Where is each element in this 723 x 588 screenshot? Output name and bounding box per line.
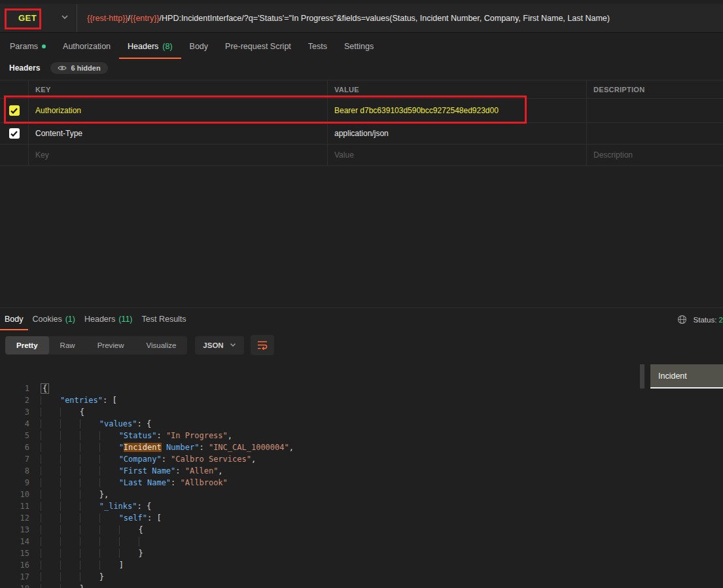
headers-table: KEY VALUE DESCRIPTION Authorization Bear… [0, 80, 723, 166]
header-value-field[interactable]: application/json [327, 123, 586, 144]
line-number: 4 [0, 418, 29, 430]
line-number: 1 [0, 383, 29, 394]
line-number: 9 [0, 477, 29, 489]
line-number: 5 [0, 430, 29, 441]
url-path: /HPD:IncidentInterface/?q='Status'="In P… [160, 14, 610, 23]
code-line: 3 { [0, 406, 723, 418]
search-query-text: Incident [658, 370, 687, 382]
tab-authorization[interactable]: Authorization [54, 39, 119, 58]
tab-settings[interactable]: Settings [336, 39, 382, 58]
response-tab-headers[interactable]: Headers (11) [80, 312, 137, 330]
tab-label: Headers [128, 42, 158, 51]
tab-pre-request-script[interactable]: Pre-request Script [217, 39, 300, 58]
tab-label: Authorization [63, 42, 111, 51]
tab-label: Headers [84, 315, 115, 325]
hidden-headers-toggle[interactable]: 6 hidden [50, 62, 107, 74]
search-input[interactable]: Incident [650, 364, 723, 389]
search-widget-handle[interactable] [640, 364, 644, 389]
chevron-down-icon[interactable] [61, 14, 69, 20]
row-checkbox[interactable] [9, 128, 20, 139]
tab-count: (11) [118, 315, 132, 325]
key-input-placeholder[interactable]: Key [28, 145, 327, 165]
tab-label: Body [190, 42, 209, 51]
tab-label: Settings [344, 42, 374, 51]
code-block: 1{2 "entries": [3 {4 "values": {5 "Statu… [0, 383, 723, 588]
table-row: Content-Type application/json [0, 123, 723, 145]
tab-params[interactable]: Params [1, 39, 54, 58]
headers-subsection: Headers 6 hidden [9, 62, 108, 74]
tab-label: Body [5, 315, 24, 324]
code-line: 9 "Last Name": "Allbrook" [0, 477, 723, 489]
view-visualize[interactable]: Visualize [135, 336, 188, 355]
code-line: 7 "Company": "Calbro Services", [0, 453, 723, 465]
view-pretty[interactable]: Pretty [5, 336, 49, 355]
line-number: 13 [0, 524, 29, 536]
response-tab-body[interactable]: Body [0, 312, 28, 330]
code-line: 10 }, [0, 489, 723, 500]
response-meta: Status: 2 [677, 315, 723, 324]
tab-label: Cookies [33, 315, 62, 325]
response-tab-test-results[interactable]: Test Results [137, 312, 191, 330]
column-header-description: DESCRIPTION [586, 80, 723, 98]
tab-label: Test Results [142, 315, 186, 325]
chevron-down-icon [230, 343, 236, 347]
line-number: 12 [0, 512, 29, 524]
line-number: 17 [0, 571, 29, 583]
headers-title: Headers [9, 63, 40, 73]
view-preview[interactable]: Preview [86, 336, 135, 355]
code-line: 5 "Status": "In Progress", [0, 430, 723, 441]
code-line: 11 "_links": { [0, 500, 723, 512]
line-number: 10 [0, 489, 29, 500]
code-line: 8 "First Name": "Allen", [0, 465, 723, 477]
code-line: 6 "Incident Number": "INC_CAL_1000004", [0, 441, 723, 453]
url-env-var: {{rest-http}} [87, 14, 128, 23]
line-number: 6 [0, 441, 29, 453]
table-header-row: KEY VALUE DESCRIPTION [0, 80, 723, 99]
url-env-var: {{entry}} [130, 14, 160, 23]
response-tabs: Body Cookies (1) Headers (11) Test Resul… [0, 312, 191, 330]
header-key-field[interactable]: Content-Type [28, 123, 327, 144]
code-line: 16 ] [0, 559, 723, 571]
column-header-value: VALUE [327, 80, 586, 98]
view-raw[interactable]: Raw [49, 336, 86, 355]
view-mode-switcher: Pretty Raw Preview Visualize [5, 336, 187, 355]
format-dropdown[interactable]: JSON [195, 336, 243, 355]
header-description-field[interactable] [586, 123, 723, 144]
request-tabs: Params Authorization Headers (8) Body Pr… [1, 39, 382, 59]
code-line: 18 } [0, 583, 723, 588]
line-number: 15 [0, 547, 29, 559]
response-tab-cookies[interactable]: Cookies (1) [28, 312, 80, 330]
header-value-field[interactable]: Bearer d7bc639103d590bcc9272548ed923d00 [327, 99, 586, 122]
line-number: 14 [0, 536, 29, 547]
response-section: Body Cookies (1) Headers (11) Test Resul… [0, 307, 723, 588]
description-input-placeholder[interactable]: Description [586, 145, 723, 165]
wrap-lines-button[interactable] [251, 335, 274, 355]
url-input[interactable]: {{rest-http}}/{{entry}}/HPD:IncidentInte… [87, 14, 610, 23]
table-row: Authorization Bearer d7bc639103d590bcc92… [0, 99, 723, 123]
eye-icon [58, 65, 67, 71]
method-selector[interactable]: GET [0, 4, 77, 32]
line-number: 18 [0, 583, 29, 588]
tab-headers[interactable]: Headers (8) [119, 39, 181, 59]
response-view-controls: Pretty Raw Preview Visualize JSON [5, 335, 274, 355]
code-line: 15 } [0, 547, 723, 559]
status-value: 2 [719, 316, 723, 324]
header-key-field[interactable]: Authorization [28, 99, 327, 122]
tab-tests[interactable]: Tests [300, 39, 336, 58]
line-number: 16 [0, 559, 29, 571]
value-input-placeholder[interactable]: Value [327, 145, 586, 165]
tab-body[interactable]: Body [181, 39, 217, 58]
header-description-field[interactable] [586, 99, 723, 122]
response-body-viewer[interactable]: Incident 1{2 "entries": [3 {4 "values": … [0, 362, 723, 588]
status-label: Status: [694, 316, 717, 324]
line-number: 8 [0, 465, 29, 477]
line-number: 3 [0, 406, 29, 418]
tab-count: (8) [162, 42, 172, 51]
code-line: 1{ [0, 383, 723, 394]
code-line: 2 "entries": [ [0, 394, 723, 406]
format-label: JSON [203, 341, 223, 349]
row-checkbox[interactable] [9, 105, 20, 116]
line-number: 2 [0, 394, 29, 406]
table-placeholder-row: Key Value Description [0, 145, 723, 166]
hidden-count-label: 6 hidden [71, 64, 100, 72]
